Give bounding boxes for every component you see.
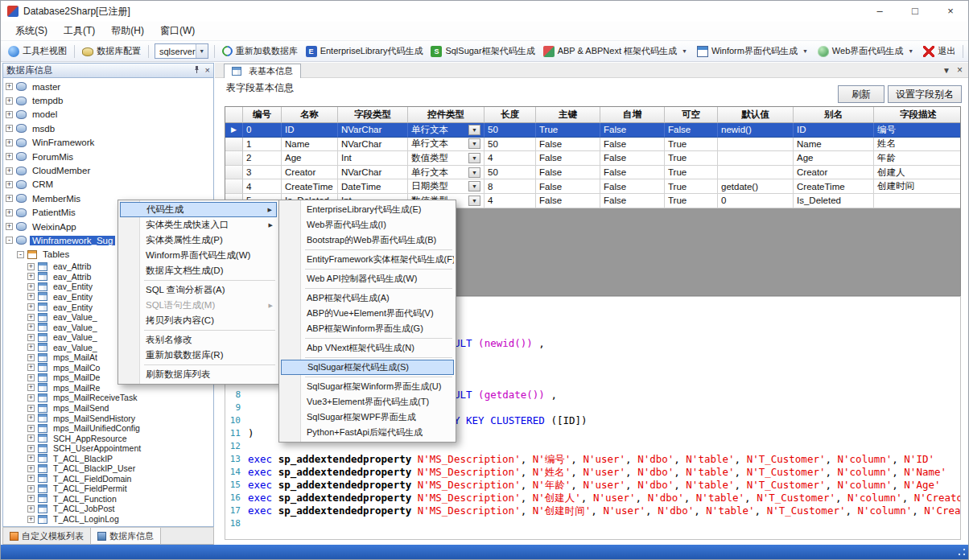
grid-cell[interactable]: 0 [243, 123, 282, 138]
grid-cell[interactable]: 2 [243, 151, 282, 166]
menu-item[interactable]: Winform界面代码生成(W) [120, 248, 277, 263]
menu-item[interactable]: Web界面代码生成(I) [281, 217, 454, 233]
menu-item[interactable]: SQL 查询分析器(A) [120, 282, 277, 298]
grid-cell[interactable] [874, 194, 961, 208]
column-header[interactable]: 主键 [536, 107, 600, 123]
resize-grip[interactable] [956, 547, 967, 558]
grid-cell[interactable]: 单行文本▼ [408, 138, 484, 152]
expand-toggle-icon[interactable]: + [6, 111, 13, 118]
column-header[interactable]: 字段类型 [338, 107, 408, 123]
menu-item[interactable]: Abp VNext框架代码生成(N) [281, 340, 454, 356]
menu-system[interactable]: 系统(S) [7, 22, 56, 40]
tree-item[interactable]: +ForumMis [3, 150, 213, 163]
table-row[interactable]: 1NameNVarChar单行文本▼50FalseFalseTrueName姓名 [225, 138, 960, 152]
grid-cell[interactable]: 姓名 [874, 138, 961, 152]
grid-cell[interactable]: 50 [484, 166, 536, 180]
menu-item[interactable]: 重新加载数据库(R) [120, 348, 277, 363]
expand-toggle-icon[interactable]: + [27, 334, 35, 341]
grid-cell[interactable]: 单行文本▼ [408, 166, 484, 180]
reload-database-button[interactable]: 重新加载数据库 [219, 43, 301, 59]
tree-item[interactable]: +T_ACL_Function [3, 494, 213, 504]
grid-cell[interactable] [718, 138, 794, 152]
expand-toggle-icon[interactable]: - [17, 251, 24, 258]
grid-cell[interactable]: ID [794, 123, 874, 138]
menu-tools[interactable]: 工具(T) [56, 22, 103, 40]
grid-cell[interactable]: DateTime [338, 179, 408, 194]
grid-cell[interactable]: 4 [243, 179, 282, 194]
database-config-button[interactable]: 数据库配置 [79, 43, 144, 59]
tree-item[interactable]: +master [3, 80, 213, 93]
expand-toggle-icon[interactable]: + [27, 354, 35, 361]
grid-cell[interactable]: 1 [243, 138, 282, 152]
expand-toggle-icon[interactable]: + [27, 414, 35, 422]
menu-item[interactable]: ABP的Vue+Element界面代码(V) [281, 306, 454, 321]
tree-item[interactable]: +SCH_AppResource [3, 433, 213, 443]
expand-toggle-icon[interactable]: + [6, 97, 13, 105]
sqlsugar-codegen-button[interactable]: SqlSugar框架代码生成 [427, 43, 538, 59]
tree-item[interactable]: +T_ACL_JobPost [3, 504, 213, 514]
grid-cell[interactable]: True [536, 123, 600, 138]
exit-button[interactable]: 退出 [920, 43, 959, 59]
tree-item[interactable]: +WinFramework [3, 136, 213, 150]
grid-cell[interactable]: 单行文本▼ [408, 123, 484, 138]
tree-item[interactable]: +T_ACL_BlackIP [3, 453, 213, 463]
grid-cell[interactable]: 0 [718, 194, 794, 208]
menu-item[interactable]: SqlSugar框架Winform界面生成(U) [281, 379, 454, 394]
tree-item[interactable]: +CloudMember [3, 163, 213, 177]
tree-item[interactable]: +tempdb [3, 93, 213, 107]
expand-toggle-icon[interactable]: + [6, 181, 13, 188]
column-header[interactable]: 编号 [243, 107, 282, 123]
close-button[interactable]: × [933, 1, 968, 22]
menu-item[interactable]: 数据库文档生成(D) [120, 263, 277, 278]
column-header[interactable]: 默认值 [718, 107, 794, 123]
grid-cell[interactable]: NVarChar [338, 123, 408, 138]
enterprise-library-codegen-button[interactable]: EnterpriseLibrary代码生成 [303, 43, 427, 59]
expand-toggle-icon[interactable]: + [27, 485, 35, 492]
web-dropdown-icon[interactable]: ▼ [906, 48, 915, 54]
dropdown-icon[interactable]: ▼ [468, 167, 480, 178]
table-row[interactable]: 3CreatorNVarChar单行文本▼50FalseFalseTrueCre… [225, 166, 960, 180]
expand-toggle-icon[interactable]: + [6, 125, 13, 132]
grid-cell[interactable]: NVarChar [338, 166, 408, 180]
column-header[interactable]: 控件类型 [408, 107, 484, 123]
grid-cell[interactable]: ID [282, 123, 338, 138]
menu-item[interactable]: Python+FastApi后端代码生成 [281, 425, 454, 440]
grid-cell[interactable]: False [600, 138, 665, 152]
grid-cell[interactable]: True [665, 166, 718, 180]
grid-cell[interactable]: False [600, 123, 665, 138]
expand-toggle-icon[interactable]: + [27, 475, 35, 482]
menu-item[interactable]: Web API控制器代码生成(W) [281, 271, 454, 286]
dropdown-icon[interactable]: ▼ [468, 125, 480, 135]
grid-cell[interactable]: 创建时间 [874, 179, 961, 194]
expand-toggle-icon[interactable]: + [27, 273, 35, 280]
expand-toggle-icon[interactable]: + [6, 153, 13, 160]
grid-cell[interactable]: 年龄 [874, 151, 961, 166]
expand-toggle-icon[interactable]: + [6, 209, 13, 216]
grid-cell[interactable]: True [665, 151, 718, 166]
tree-item[interactable]: +mps_MailSendHistory [3, 413, 213, 423]
grid-cell[interactable]: 4 [484, 194, 536, 208]
tab-list-dropdown-icon[interactable]: ▼ [942, 64, 950, 76]
tree-item[interactable]: +T_ACL_LoginLog [3, 514, 213, 525]
expand-toggle-icon[interactable]: + [27, 434, 35, 442]
grid-cell[interactable]: CreateTime [794, 179, 874, 194]
toolbar-view-button[interactable]: 工具栏视图 [5, 43, 70, 59]
winform-dropdown-icon[interactable]: ▼ [801, 48, 810, 54]
menu-item[interactable]: 表别名修改 [120, 332, 277, 348]
grid-cell[interactable]: True [665, 194, 718, 208]
grid-cell[interactable]: False [600, 179, 665, 194]
menu-item[interactable]: Bootstrap的Web界面代码生成(B) [281, 233, 454, 248]
tree-item[interactable]: +mps_MailSend [3, 403, 213, 414]
menu-help[interactable]: 帮助(H) [103, 22, 152, 40]
dropdown-icon[interactable]: ▼ [468, 181, 480, 191]
menu-item[interactable]: ABP框架代码生成(A) [281, 290, 454, 306]
dropdown-icon[interactable]: ▼ [468, 138, 480, 149]
database-type-combo[interactable]: sqlserver ▼ [155, 43, 208, 59]
refresh-button[interactable]: 刷新 [838, 85, 884, 103]
grid-cell[interactable]: 3 [243, 166, 282, 180]
column-header[interactable]: 字段描述 [874, 107, 961, 123]
grid-cell[interactable]: 创建人 [874, 166, 961, 180]
expand-toggle-icon[interactable]: + [27, 283, 35, 290]
dropdown-icon[interactable]: ▼ [468, 153, 480, 163]
menu-item[interactable]: Vue3+Element界面代码生成(T) [281, 394, 454, 410]
